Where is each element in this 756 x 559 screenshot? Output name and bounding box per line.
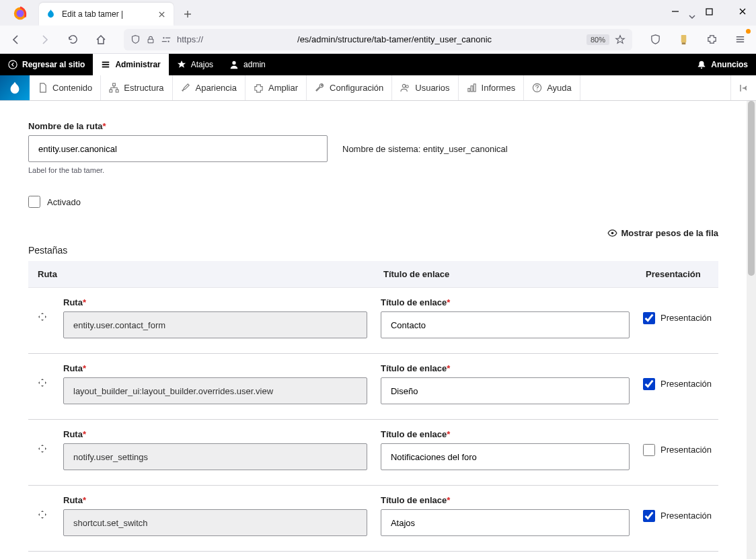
menu-structure[interactable]: Estructura [101,75,172,100]
zoom-badge[interactable]: 80% [587,34,609,45]
row-title-label: Título de enlace* [381,495,630,505]
activated-checkbox[interactable] [28,196,40,208]
svg-point-37 [611,232,613,235]
drag-handle-icon[interactable] [38,510,47,519]
permissions-icon [161,35,172,44]
chevron-left-circle-icon [8,60,17,69]
hierarchy-icon [109,83,119,93]
row-presentation-checkbox[interactable] [643,444,655,456]
row-route-input [63,509,367,536]
row-title-input[interactable] [381,509,630,536]
menu-appearance[interactable]: Apariencia [173,75,245,100]
show-row-weights-link[interactable]: Mostrar pesos de la fila [621,228,719,238]
svg-rect-15 [681,35,686,42]
menu-configuration[interactable]: Configuración [307,75,392,100]
table-row: Ruta* Título de enlace* Presentación [28,552,718,560]
menu-reports[interactable]: Informes [459,75,525,100]
svg-rect-26 [113,83,116,86]
svg-point-29 [403,84,406,87]
row-presentation-label: Presentación [660,313,712,323]
row-presentation-checkbox[interactable] [643,378,655,390]
hamburger-menu-icon[interactable] [730,30,749,49]
help-icon [532,83,542,93]
lock-icon [146,35,155,44]
account-icon[interactable] [674,30,693,49]
back-to-site-button[interactable]: Regresar al sitio [0,54,93,75]
nav-forward-button [35,30,54,49]
bookmark-star-icon[interactable] [615,34,626,45]
svg-rect-10 [148,39,153,42]
url-text: https:///es/admin/structure/tab-tamer/en… [177,34,581,44]
tab-title: Edit a tab tamer | [62,9,156,19]
shortcuts-button[interactable]: Atajos [169,54,221,75]
row-title-input[interactable] [381,443,630,470]
row-presentation-label: Presentación [660,379,712,389]
window-minimize-icon[interactable] [666,4,685,19]
browser-tab[interactable]: Edit a tab tamer | [39,3,174,26]
row-route-label: Ruta* [63,297,367,307]
table-row: Ruta* Título de enlace* Presentación [28,288,718,354]
svg-point-5 [17,10,24,17]
row-route-label: Ruta* [63,363,367,373]
announcements-button[interactable]: Anuncios [689,54,756,75]
new-tab-button[interactable] [178,4,198,24]
brush-icon [181,83,191,93]
row-title-input[interactable] [381,377,630,404]
route-name-label: Nombre de la ruta* [28,121,718,131]
pocket-icon[interactable] [646,30,665,49]
star-icon [177,60,186,69]
svg-point-20 [9,61,17,69]
scrollbar-thumb[interactable] [748,101,755,276]
route-name-input[interactable] [28,135,328,162]
nav-home-button[interactable] [91,30,110,49]
row-route-label: Ruta* [63,429,367,439]
user-button[interactable]: admin [221,54,274,75]
drag-handle-icon[interactable] [38,378,47,387]
firefox-icon [11,4,30,23]
activated-label: Activado [47,197,81,207]
menu-extend[interactable]: Ampliar [245,75,307,100]
svg-point-30 [406,85,409,88]
svg-point-35 [537,89,537,90]
drag-handle-icon[interactable] [38,444,47,453]
th-presentation: Presentación [636,261,718,288]
row-route-input [63,377,367,404]
menu-people[interactable]: Usuarios [392,75,458,100]
menu-help[interactable]: Ayuda [524,75,580,100]
row-title-input[interactable] [381,311,630,338]
svg-rect-32 [471,86,473,91]
menu-collapse-icon[interactable] [730,75,756,100]
table-row: Ruta* Título de enlace* Presentación [28,354,718,420]
svg-rect-1 [706,9,712,15]
th-link-title: Título de enlace [374,261,636,288]
admin-toolbar: Regresar al sitio Administrar Atajos adm… [0,54,756,75]
tabs-section-title: Pestañas [28,245,718,256]
admin-menu: Contenido Estructura Apariencia Ampliar … [0,75,756,101]
svg-point-13 [167,40,169,42]
manage-button[interactable]: Administrar [93,54,168,75]
row-title-label: Título de enlace* [381,429,630,439]
tabs-table: Ruta Título de enlace Presentación Ruta*… [28,261,718,559]
menu-content[interactable]: Contenido [30,75,101,100]
scrollbar[interactable] [747,101,756,559]
row-route-input [63,311,367,338]
row-title-label: Título de enlace* [381,297,630,307]
window-maximize-icon[interactable] [700,4,718,19]
url-field[interactable]: https:///es/admin/structure/tab-tamer/en… [124,29,632,50]
svg-point-25 [701,67,702,69]
svg-rect-27 [110,89,112,92]
hamburger-icon [101,60,110,69]
table-row: Ruta* Título de enlace* Presentación [28,420,718,486]
drag-handle-icon[interactable] [38,312,47,322]
nav-back-button[interactable] [7,30,26,49]
window-close-icon[interactable] [733,4,752,19]
drupal-logo-icon[interactable] [0,75,30,100]
nav-reload-button[interactable] [63,30,82,49]
svg-rect-33 [474,84,476,91]
tab-close-icon[interactable] [156,9,167,20]
row-presentation-checkbox[interactable] [643,510,655,522]
extensions-icon[interactable] [702,30,721,49]
row-presentation-checkbox[interactable] [643,312,655,324]
svg-point-24 [232,61,235,65]
system-name-text: Nombre de sistema: entity_user_canonical [342,144,508,154]
